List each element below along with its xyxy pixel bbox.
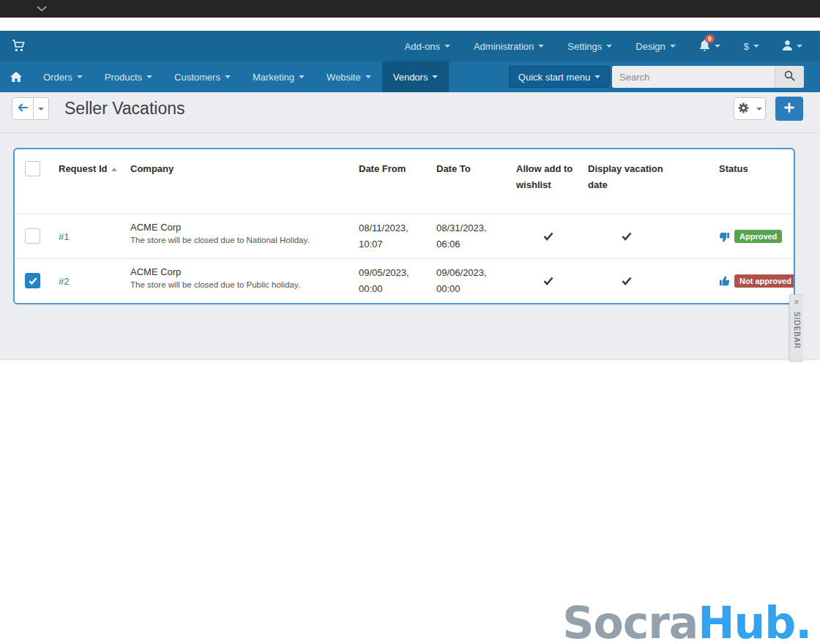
settings-gear-button[interactable] bbox=[734, 97, 766, 120]
date-from-value: 08/11/2023, 10:07 bbox=[359, 214, 428, 258]
watermark-blue-text: Hub. bbox=[698, 597, 811, 644]
home-icon[interactable] bbox=[0, 61, 32, 92]
vacation-description: The store will be closed due to Public h… bbox=[130, 280, 350, 289]
chevron-down-icon bbox=[225, 75, 231, 78]
gear-icon bbox=[738, 102, 749, 116]
watermark-logo: SocraHub. bbox=[562, 599, 811, 644]
sidebar-toggle[interactable]: × SIDEBAR bbox=[789, 294, 803, 362]
back-dropdown-button[interactable] bbox=[34, 97, 49, 120]
company-cell: ACME Corp The store will be closed due t… bbox=[130, 266, 350, 289]
chevron-down-icon bbox=[756, 108, 762, 111]
display-date-check-icon bbox=[588, 259, 665, 303]
thumbs-down-icon[interactable] bbox=[719, 231, 730, 242]
notifications-menu[interactable]: 9 bbox=[699, 40, 720, 53]
nav-item-orders[interactable]: Orders bbox=[32, 61, 94, 92]
nav-item-website[interactable]: Website bbox=[316, 61, 382, 92]
plus-icon bbox=[784, 102, 794, 115]
table-header-row: Request Id Company Date From Date To All… bbox=[15, 149, 794, 214]
column-header-wishlist: Allow add to wishlist bbox=[516, 161, 581, 193]
nav-item-label: Settings bbox=[567, 41, 602, 52]
nav-item-marketing[interactable]: Marketing bbox=[242, 61, 316, 92]
request-id-link[interactable]: #1 bbox=[59, 214, 69, 258]
nav-item-addons[interactable]: Add-ons bbox=[405, 41, 450, 52]
close-icon[interactable]: × bbox=[794, 298, 799, 307]
wishlist-check-icon bbox=[516, 259, 581, 303]
nav-item-label: Add-ons bbox=[405, 41, 440, 52]
search-icon bbox=[784, 70, 795, 83]
status-cell: Not approved bbox=[719, 259, 795, 303]
primary-navbar: Add-ons Administration Settings Design 9… bbox=[0, 31, 820, 61]
back-button[interactable] bbox=[12, 97, 34, 120]
add-button[interactable] bbox=[775, 97, 803, 121]
thumbs-up-icon[interactable] bbox=[719, 276, 730, 287]
nav-item-settings[interactable]: Settings bbox=[567, 41, 612, 52]
page-actions bbox=[734, 97, 803, 121]
watermark-gray-text: Socra bbox=[562, 597, 698, 644]
nav-item-products[interactable]: Products bbox=[94, 61, 163, 92]
select-all-checkbox[interactable] bbox=[25, 161, 40, 176]
vacations-table: Request Id Company Date From Date To All… bbox=[13, 148, 795, 304]
search-input[interactable] bbox=[612, 66, 775, 88]
display-date-check-icon bbox=[588, 214, 665, 258]
chevron-down-icon bbox=[146, 75, 152, 78]
nav-item-label: Website bbox=[327, 72, 361, 83]
column-header-display-vacation: Display vacation date bbox=[588, 161, 668, 193]
nav-item-label: Customers bbox=[174, 72, 220, 83]
company-cell: ACME Corp The store will be closed due t… bbox=[130, 222, 350, 244]
row-checkbox[interactable] bbox=[25, 228, 40, 244]
chevron-down-icon bbox=[77, 75, 83, 78]
chevron-down-icon bbox=[670, 45, 676, 48]
nav-item-design[interactable]: Design bbox=[636, 41, 675, 52]
chevron-down-icon bbox=[594, 75, 600, 78]
chevron-down-icon bbox=[444, 45, 450, 48]
vacation-description: The store will be closed due to National… bbox=[130, 236, 350, 244]
nav-item-label: Vendors bbox=[393, 72, 428, 83]
user-icon bbox=[783, 40, 792, 53]
currency-menu[interactable]: $ bbox=[744, 41, 759, 52]
notifications-badge: 9 bbox=[705, 34, 715, 44]
nav-item-customers[interactable]: Customers bbox=[163, 61, 242, 92]
date-to-value: 08/31/2023, 06:06 bbox=[436, 214, 506, 258]
secondary-nav-menu: Orders Products Customers Marketing Webs… bbox=[32, 61, 449, 92]
date-to-value: 09/06/2023, 00:00 bbox=[436, 259, 506, 303]
content-area: Seller Vacations Request Id Company Date… bbox=[0, 92, 820, 360]
chevron-down-icon bbox=[715, 45, 720, 48]
nav-item-label: Administration bbox=[474, 41, 534, 52]
chevron-down-icon bbox=[753, 45, 759, 48]
row-checkbox[interactable] bbox=[25, 273, 40, 288]
nav-item-label: Orders bbox=[43, 72, 72, 83]
chevron-down-icon[interactable] bbox=[37, 6, 47, 12]
company-name: ACME Corp bbox=[130, 266, 350, 277]
nav-item-label: Marketing bbox=[253, 72, 294, 83]
user-menu[interactable] bbox=[783, 40, 802, 53]
cart-icon[interactable] bbox=[12, 40, 26, 52]
dollar-icon: $ bbox=[744, 41, 749, 52]
chevron-down-icon bbox=[797, 45, 802, 48]
nav-item-vendors[interactable]: Vendors bbox=[382, 61, 450, 92]
quick-start-menu-button[interactable]: Quick start menu bbox=[509, 66, 610, 88]
status-badge: Not approved bbox=[734, 274, 795, 288]
status-cell: Approved bbox=[719, 214, 782, 258]
column-header-status: Status bbox=[719, 161, 748, 177]
back-button-group bbox=[12, 97, 49, 120]
chevron-down-icon bbox=[606, 45, 612, 48]
column-header-request-id[interactable]: Request Id bbox=[59, 161, 117, 177]
request-id-link[interactable]: #2 bbox=[59, 259, 69, 303]
chevron-down-icon bbox=[38, 108, 44, 111]
chevron-down-icon bbox=[299, 75, 305, 78]
sidebar-label: SIDEBAR bbox=[793, 312, 801, 349]
nav-item-administration[interactable]: Administration bbox=[474, 41, 544, 52]
column-header-date-from: Date From bbox=[359, 161, 406, 177]
search-button[interactable] bbox=[775, 66, 804, 88]
quick-start-label: Quick start menu bbox=[518, 72, 590, 83]
column-header-label: Request Id bbox=[59, 161, 107, 177]
primary-nav-menu: Add-ons Administration Settings Design 9… bbox=[405, 31, 802, 61]
chevron-down-icon bbox=[538, 45, 544, 48]
table-row: #1 ACME Corp The store will be closed du… bbox=[15, 214, 794, 258]
column-header-company: Company bbox=[130, 161, 174, 177]
page-footer-area: SocraHub. bbox=[0, 361, 820, 644]
page-title: Seller Vacations bbox=[64, 97, 185, 120]
wishlist-check-icon bbox=[516, 214, 581, 258]
table-row: #2 ACME Corp The store will be closed du… bbox=[15, 258, 794, 303]
date-from-value: 09/05/2023, 00:00 bbox=[359, 259, 428, 303]
